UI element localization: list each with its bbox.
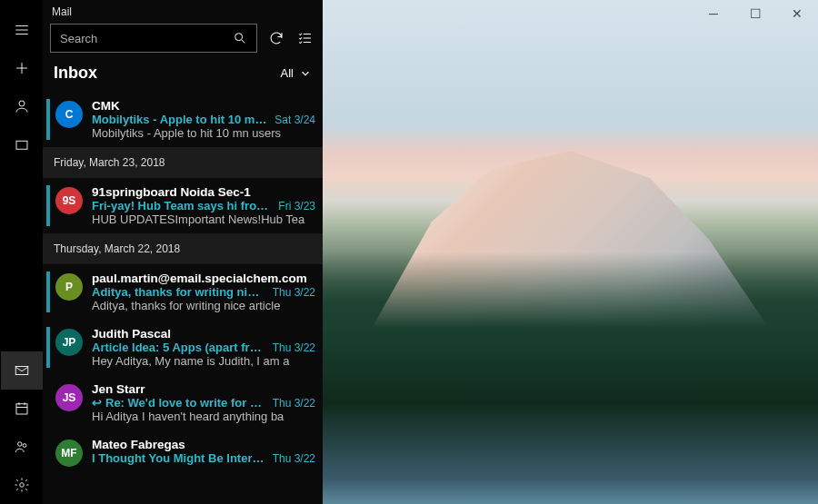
left-rail xyxy=(0,0,43,504)
preview-text: Hi Aditya I haven't heard anything ba xyxy=(92,410,315,423)
unread-accent xyxy=(46,185,50,226)
calendar-nav-button[interactable] xyxy=(1,390,43,428)
inbox-header: Inbox All xyxy=(43,60,323,92)
svg-rect-8 xyxy=(16,404,27,414)
new-mail-button[interactable] xyxy=(1,49,43,87)
folder-button[interactable] xyxy=(1,125,43,163)
mail-nav-button[interactable] xyxy=(1,351,43,390)
preview-text: Hey Aditya, My name is Judith, I am a xyxy=(92,354,315,368)
message-content: CMKMobilytiks - Apple to hit 10 mn users… xyxy=(92,99,315,140)
message-date: Thu 3/22 xyxy=(273,286,315,299)
people-nav-button[interactable] xyxy=(1,428,43,466)
subject: Mobilytiks - Apple to hit 10 mn users xyxy=(92,113,267,126)
message-content: paul.martin@email.specialchem.comAditya,… xyxy=(92,272,315,312)
sender-name: Mateo Fabregas xyxy=(92,438,315,451)
message-date: Fri 3/23 xyxy=(278,200,315,212)
unread-accent xyxy=(46,327,50,368)
svg-point-5 xyxy=(19,101,25,106)
avatar: P xyxy=(55,273,83,301)
date-separator: Friday, March 23, 2018 xyxy=(43,147,323,178)
background-trees xyxy=(323,252,818,505)
account-button[interactable] xyxy=(1,87,43,125)
message-date: Thu 3/22 xyxy=(273,452,315,465)
message-date: Thu 3/22 xyxy=(273,341,315,354)
message-list[interactable]: CCMKMobilytiks - Apple to hit 10 mn user… xyxy=(43,92,323,504)
sender-name: Jen Starr xyxy=(92,382,315,396)
reading-pane: ─ ☐ ✕ xyxy=(323,0,818,504)
avatar: C xyxy=(55,101,83,128)
message-date: Sat 3/24 xyxy=(274,114,315,126)
svg-rect-6 xyxy=(16,141,27,149)
sync-button[interactable] xyxy=(266,28,286,48)
window-title: Mail xyxy=(43,0,323,22)
message-content: Judith PascalArticle Idea: 5 Apps (apart… xyxy=(92,327,315,368)
message-item[interactable]: JPJudith PascalArticle Idea: 5 Apps (apa… xyxy=(43,320,323,375)
message-item[interactable]: MFMateo FabregasI Thought You Might Be I… xyxy=(43,430,323,474)
filter-dropdown[interactable]: All xyxy=(281,66,312,80)
svg-rect-7 xyxy=(15,367,28,375)
date-separator: Thursday, March 22, 2018 xyxy=(43,233,323,264)
svg-line-16 xyxy=(242,40,244,43)
avatar: JP xyxy=(55,329,83,356)
avatar: JS xyxy=(55,384,83,411)
message-content: Jen Starr↩Re: We'd love to write for you… xyxy=(92,382,315,423)
subject: ↩Re: We'd love to write for you (3) xyxy=(92,396,265,410)
message-item[interactable]: CCMKMobilytiks - Apple to hit 10 mn user… xyxy=(43,92,323,147)
unread-accent xyxy=(46,382,50,423)
message-item[interactable]: JSJen Starr↩Re: We'd love to write for y… xyxy=(43,375,323,430)
message-item[interactable]: Ppaul.martin@email.specialchem.comAditya… xyxy=(43,264,323,320)
preview-text: Aditya, thanks for writing nice article xyxy=(92,299,315,312)
subject: Fri-yay! Hub Team says hi from Goa! xyxy=(92,199,271,212)
sender-name: CMK xyxy=(92,99,315,113)
mail-app: Mail Inbox All CCMKMobilytiks - Apple to… xyxy=(0,0,818,504)
subject: I Thought You Might Be Interested In xyxy=(92,451,265,465)
plus-icon xyxy=(14,60,30,76)
people-icon xyxy=(14,439,30,455)
svg-point-12 xyxy=(17,442,22,447)
gear-icon xyxy=(14,477,30,493)
unread-accent xyxy=(46,272,50,312)
filter-label: All xyxy=(281,66,294,80)
close-button[interactable]: ✕ xyxy=(776,0,818,27)
settings-button[interactable] xyxy=(1,466,43,504)
list-check-icon xyxy=(297,30,314,46)
message-content: 91springboard Noida Sec-1Fri-yay! Hub Te… xyxy=(92,185,315,226)
search-input[interactable] xyxy=(60,32,233,45)
message-list-panel: Mail Inbox All CCMKMobilytiks - Apple to… xyxy=(43,0,323,504)
calendar-icon xyxy=(14,400,30,417)
chevron-down-icon xyxy=(299,67,312,80)
search-box[interactable] xyxy=(50,24,257,53)
svg-point-15 xyxy=(235,34,243,41)
folder-heading: Inbox xyxy=(54,64,97,83)
preview-text: Mobilytiks - Apple to hit 10 mn users xyxy=(92,126,315,140)
maximize-button[interactable]: ☐ xyxy=(734,0,776,27)
person-icon xyxy=(14,98,30,114)
minimize-button[interactable]: ─ xyxy=(693,0,734,27)
refresh-icon xyxy=(268,30,284,46)
search-row xyxy=(43,22,323,60)
svg-point-14 xyxy=(19,483,24,488)
avatar: 9S xyxy=(55,187,83,214)
sender-name: Judith Pascal xyxy=(92,327,315,341)
subject: Article Idea: 5 Apps (apart from Link xyxy=(92,341,265,354)
sender-name: 91springboard Noida Sec-1 xyxy=(92,185,315,199)
sender-name: paul.martin@email.specialchem.com xyxy=(92,272,315,285)
unread-accent xyxy=(46,438,50,467)
preview-text: HUB UPDATESImportant News!Hub Tea xyxy=(92,212,315,226)
message-content: Mateo FabregasI Thought You Might Be Int… xyxy=(92,438,315,465)
hamburger-button[interactable] xyxy=(1,11,43,49)
reply-icon: ↩ xyxy=(92,396,102,410)
folder-icon xyxy=(14,136,30,153)
subject: Aditya, thanks for writing nice article xyxy=(92,285,265,299)
message-date: Thu 3/22 xyxy=(273,397,315,410)
message-item[interactable]: 9S91springboard Noida Sec-1Fri-yay! Hub … xyxy=(43,178,323,233)
window-controls: ─ ☐ ✕ xyxy=(693,0,818,27)
hamburger-icon xyxy=(14,22,30,38)
unread-accent xyxy=(46,99,50,140)
svg-point-13 xyxy=(23,444,26,448)
avatar: MF xyxy=(55,440,83,467)
mail-icon xyxy=(14,362,30,379)
search-icon xyxy=(233,31,247,45)
selection-mode-button[interactable] xyxy=(295,28,315,48)
